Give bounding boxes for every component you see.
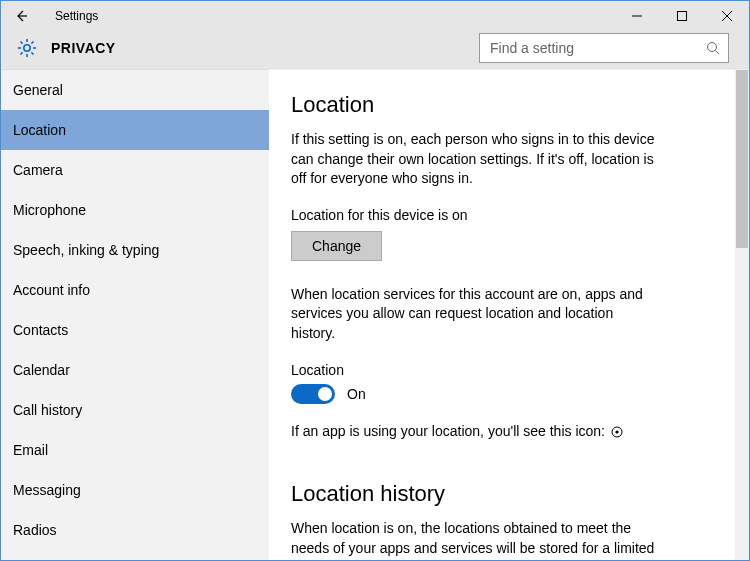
toggle-knob xyxy=(318,387,332,401)
location-history-description: When location is on, the locations obtai… xyxy=(291,519,661,560)
content-area: Location If this setting is on, each per… xyxy=(269,69,749,560)
svg-line-11 xyxy=(31,42,33,44)
change-button[interactable]: Change xyxy=(291,231,382,261)
location-toggle-row: On xyxy=(291,384,709,404)
window-controls xyxy=(614,1,749,31)
svg-point-4 xyxy=(24,45,30,51)
location-toggle-state: On xyxy=(347,386,366,402)
scrollbar[interactable] xyxy=(735,70,749,560)
minimize-button[interactable] xyxy=(614,1,659,31)
location-toggle-label: Location xyxy=(291,362,709,378)
close-button[interactable] xyxy=(704,1,749,31)
sidebar-item-calendar[interactable]: Calendar xyxy=(1,350,269,390)
scrollbar-thumb[interactable] xyxy=(736,70,748,248)
location-indicator-icon xyxy=(611,426,623,438)
location-icon-hint-text: If an app is using your location, you'll… xyxy=(291,423,605,439)
back-button[interactable] xyxy=(7,2,35,30)
sidebar-item-camera[interactable]: Camera xyxy=(1,150,269,190)
svg-rect-1 xyxy=(677,12,686,21)
app-title: Settings xyxy=(55,9,98,23)
sidebar[interactable]: General Location Camera Microphone Speec… xyxy=(1,69,269,560)
location-services-description: When location services for this account … xyxy=(291,285,661,344)
section-heading-location: Location xyxy=(291,92,709,118)
gear-icon xyxy=(17,38,37,58)
sidebar-item-account-info[interactable]: Account info xyxy=(1,270,269,310)
sidebar-item-contacts[interactable]: Contacts xyxy=(1,310,269,350)
sidebar-item-call-history[interactable]: Call history xyxy=(1,390,269,430)
titlebar: Settings xyxy=(1,1,749,31)
sidebar-item-location[interactable]: Location xyxy=(1,110,269,150)
sidebar-item-radios[interactable]: Radios xyxy=(1,510,269,550)
content-scroll[interactable]: Location If this setting is on, each per… xyxy=(269,70,749,560)
header: PRIVACY xyxy=(1,31,749,69)
search-input[interactable] xyxy=(490,40,706,56)
svg-line-12 xyxy=(21,52,23,54)
search-box[interactable] xyxy=(479,33,729,63)
sidebar-item-general[interactable]: General xyxy=(1,70,269,110)
section-heading-location-history: Location history xyxy=(291,481,709,507)
svg-line-9 xyxy=(21,42,23,44)
sidebar-item-email[interactable]: Email xyxy=(1,430,269,470)
location-toggle[interactable] xyxy=(291,384,335,404)
sidebar-item-microphone[interactable]: Microphone xyxy=(1,190,269,230)
page-title: PRIVACY xyxy=(51,40,116,56)
body: General Location Camera Microphone Speec… xyxy=(1,69,749,560)
location-description: If this setting is on, each person who s… xyxy=(291,130,661,189)
svg-line-14 xyxy=(716,51,720,55)
minimize-icon xyxy=(632,11,642,21)
sidebar-item-speech-inking-typing[interactable]: Speech, inking & typing xyxy=(1,230,269,270)
maximize-icon xyxy=(677,11,687,21)
svg-point-16 xyxy=(615,430,618,433)
svg-point-13 xyxy=(708,43,717,52)
search-icon xyxy=(706,41,720,55)
location-icon-hint: If an app is using your location, you'll… xyxy=(291,422,661,442)
close-icon xyxy=(722,11,732,21)
svg-line-10 xyxy=(31,52,33,54)
maximize-button[interactable] xyxy=(659,1,704,31)
sidebar-item-messaging[interactable]: Messaging xyxy=(1,470,269,510)
device-location-status: Location for this device is on xyxy=(291,207,709,223)
